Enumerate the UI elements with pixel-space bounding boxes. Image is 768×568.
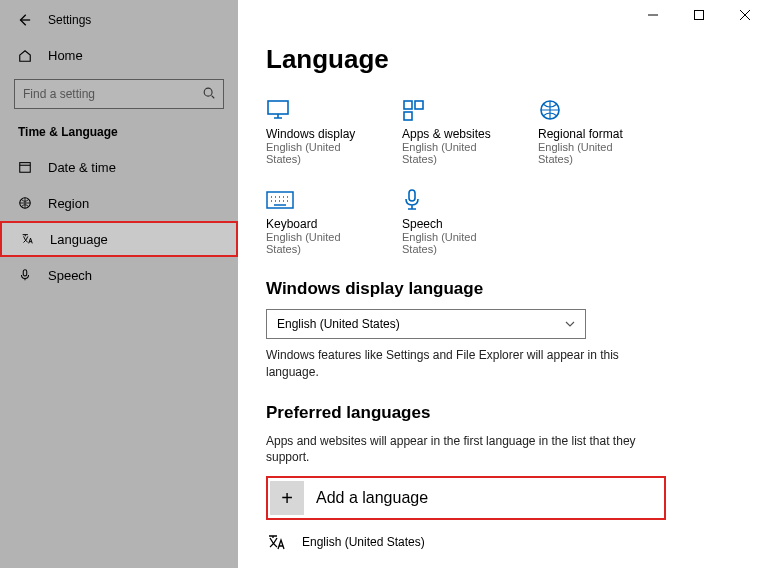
language-icon: [20, 232, 36, 246]
plus-icon: +: [270, 481, 304, 515]
search-input[interactable]: [14, 79, 224, 109]
tile-subtitle: English (United States): [266, 141, 366, 165]
nav-date-time[interactable]: Date & time: [0, 149, 238, 185]
tile-title: Windows display: [266, 127, 366, 141]
language-tiles: Windows display English (United States) …: [266, 97, 726, 255]
microphone-icon: [18, 268, 34, 282]
tile-title: Apps & websites: [402, 127, 502, 141]
globe-icon: [18, 196, 34, 210]
tile-subtitle: English (United States): [538, 141, 638, 165]
page-title: Language: [266, 44, 768, 75]
tile-windows-display[interactable]: Windows display English (United States): [266, 97, 366, 165]
add-language-label: Add a language: [316, 489, 428, 507]
sidebar: Settings Home Time & Language Date & tim…: [0, 0, 238, 568]
display-language-heading: Windows display language: [266, 279, 768, 299]
window-controls: [630, 0, 768, 30]
maximize-button[interactable]: [676, 0, 722, 30]
nav-label: Region: [48, 196, 89, 211]
svg-rect-1: [20, 163, 31, 173]
display-language-select[interactable]: English (United States): [266, 309, 586, 339]
close-icon: [740, 10, 750, 20]
svg-point-0: [204, 88, 212, 96]
nav-region[interactable]: Region: [0, 185, 238, 221]
minimize-icon: [648, 10, 658, 20]
search-container: [14, 79, 224, 109]
tile-subtitle: English (United States): [402, 141, 502, 165]
select-value: English (United States): [277, 317, 400, 331]
svg-rect-5: [268, 101, 288, 114]
svg-rect-4: [695, 11, 704, 20]
calendar-clock-icon: [18, 160, 34, 174]
tile-title: Speech: [402, 217, 502, 231]
monitor-icon: [266, 97, 366, 123]
home-nav[interactable]: Home: [0, 40, 238, 71]
microphone-icon: [402, 187, 502, 213]
close-button[interactable]: [722, 0, 768, 30]
preferred-language-item[interactable]: English (United States): [266, 532, 768, 552]
titlebar: Settings: [0, 0, 238, 40]
maximize-icon: [694, 10, 704, 20]
chevron-down-icon: [565, 321, 575, 327]
minimize-button[interactable]: [630, 0, 676, 30]
tile-regional-format[interactable]: Regional format English (United States): [538, 97, 638, 165]
svg-rect-8: [404, 112, 412, 120]
add-language-button[interactable]: + Add a language: [266, 476, 666, 520]
home-icon: [18, 49, 34, 63]
arrow-left-icon: [17, 13, 31, 27]
display-language-helper: Windows features like Settings and File …: [266, 347, 646, 381]
keyboard-icon: [266, 187, 366, 213]
tile-apps-websites[interactable]: Apps & websites English (United States): [402, 97, 502, 165]
back-button[interactable]: [12, 8, 36, 32]
tile-subtitle: English (United States): [402, 231, 502, 255]
tile-title: Regional format: [538, 127, 638, 141]
preferred-languages-heading: Preferred languages: [266, 403, 768, 423]
preferred-language-label: English (United States): [302, 535, 425, 549]
nav-language[interactable]: Language: [0, 221, 238, 257]
window-title: Settings: [48, 13, 91, 27]
language-icon: [266, 532, 292, 552]
tile-title: Keyboard: [266, 217, 366, 231]
nav-label: Date & time: [48, 160, 116, 175]
search-icon: [202, 86, 216, 100]
tile-speech[interactable]: Speech English (United States): [402, 187, 502, 255]
preferred-languages-helper: Apps and websites will appear in the fir…: [266, 433, 646, 467]
nav-speech[interactable]: Speech: [0, 257, 238, 293]
svg-rect-3: [23, 270, 27, 276]
nav-label: Language: [50, 232, 108, 247]
svg-rect-6: [404, 101, 412, 109]
main-content: Language Windows display English (United…: [238, 0, 768, 568]
tile-keyboard[interactable]: Keyboard English (United States): [266, 187, 366, 255]
section-label: Time & Language: [0, 119, 238, 149]
svg-rect-7: [415, 101, 423, 109]
apps-icon: [402, 97, 502, 123]
nav-label: Speech: [48, 268, 92, 283]
home-label: Home: [48, 48, 83, 63]
globe-icon: [538, 97, 638, 123]
tile-subtitle: English (United States): [266, 231, 366, 255]
svg-rect-11: [409, 190, 415, 201]
